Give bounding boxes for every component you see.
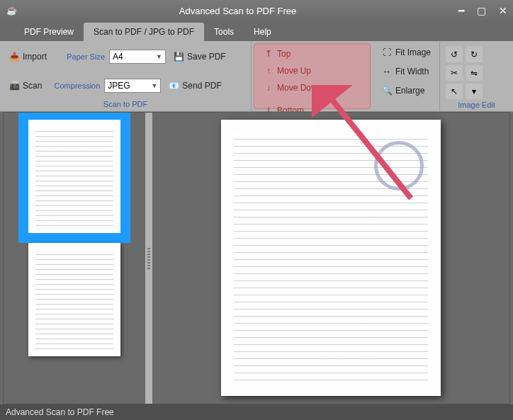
stamp-graphic <box>374 141 424 191</box>
tab-scan-to-pdf[interactable]: Scan to PDF / JPG to PDF <box>84 23 204 41</box>
crop-icon: ✂ <box>451 68 458 78</box>
fit-image-icon: ⛶ <box>381 47 393 58</box>
send-pdf-button[interactable]: 📧 Send PDF <box>165 79 224 93</box>
fit-image-label: Fit Image <box>395 47 431 57</box>
flip-button[interactable]: ⇋ <box>466 65 483 81</box>
save-pdf-label: Save PDF <box>187 52 226 62</box>
scan-button[interactable]: 📠 Scan <box>6 79 45 93</box>
fit-width-label: Fit Width <box>395 67 429 76</box>
splitter-grip-icon <box>147 248 150 269</box>
tab-tools[interactable]: Tools <box>204 23 244 41</box>
crop-button[interactable]: ✂ <box>446 65 463 81</box>
flip-icon: ⇋ <box>470 68 478 78</box>
send-pdf-label: Send PDF <box>182 81 221 91</box>
fit-image-button[interactable]: ⛶ Fit Image <box>378 45 434 59</box>
import-label: Import <box>23 52 47 62</box>
more-edit-button[interactable]: ▾ <box>466 84 483 99</box>
rotate-left-button[interactable]: ↺ <box>446 47 463 62</box>
tab-pdf-preview[interactable]: PDF Preview <box>14 23 84 41</box>
down-icon: ↓ <box>263 82 274 93</box>
group-scan-to-pdf: 📥 Import Paper Size A4 ▼ 💾 Save PDF 📠 Sc… <box>0 41 252 111</box>
group-edit-label: Image Edit <box>446 99 507 109</box>
thumbnail-1[interactable] <box>28 120 120 233</box>
group-fit: ⛶ Fit Image ↔ Fit Width 🔍 Enlarge <box>373 41 440 111</box>
page-preview <box>221 120 441 396</box>
move-down-label: Move Down <box>277 83 322 93</box>
send-icon: 📧 <box>168 80 179 91</box>
compression-label: Compression <box>49 81 100 90</box>
enlarge-button[interactable]: 🔍 Enlarge <box>378 84 434 98</box>
minimize-button[interactable]: ━ <box>458 5 464 16</box>
rotate-right-button[interactable]: ↻ <box>466 47 483 62</box>
paper-size-label: Paper Size <box>54 52 105 61</box>
chevron-down-icon: ▾ <box>472 86 476 96</box>
paper-size-combo[interactable]: A4 ▼ <box>109 50 166 64</box>
move-up-label: Move Up <box>277 66 311 76</box>
window-title: Advanced Scan to PDF Free <box>17 6 458 16</box>
rotate-left-icon: ↺ <box>451 50 458 59</box>
splitter[interactable] <box>145 113 152 404</box>
status-text: Advanced Scan to PDF Free <box>6 407 114 417</box>
top-label: Top <box>277 49 291 59</box>
move-up-button[interactable]: ↑ Move Up <box>260 64 364 78</box>
enlarge-icon: 🔍 <box>381 85 393 96</box>
group-fit-label <box>378 98 434 108</box>
cursor-icon: ↖ <box>451 86 458 96</box>
status-bar: Advanced Scan to PDF Free <box>0 404 513 420</box>
chevron-down-icon: ▼ <box>156 53 162 60</box>
thumbnail-2[interactable] <box>28 243 120 356</box>
paper-size-value: A4 <box>113 52 123 62</box>
close-button[interactable]: ✕ <box>499 5 507 16</box>
top-button[interactable]: ⤒ Top <box>260 47 364 61</box>
cursor-button[interactable]: ↖ <box>446 84 463 99</box>
page-viewer[interactable] <box>152 113 509 404</box>
thumbnail-preview <box>35 250 113 349</box>
save-icon: 💾 <box>173 51 184 62</box>
rotate-right-icon: ↻ <box>470 50 478 59</box>
thumbnail-panel[interactable] <box>4 113 145 404</box>
group-image-view: ⤒ Top ↑ Move Up ↓ Move Down ⤓ Bottom <box>254 43 371 109</box>
save-pdf-button[interactable]: 💾 Save PDF <box>170 50 229 64</box>
compression-value: JPEG <box>108 81 130 91</box>
move-down-button[interactable]: ↓ Move Down <box>260 81 364 95</box>
tab-strip: PDF Preview Scan to PDF / JPG to PDF Too… <box>0 21 513 41</box>
app-icon: ☕ <box>6 5 17 16</box>
ribbon: 📥 Import Paper Size A4 ▼ 💾 Save PDF 📠 Sc… <box>0 41 513 112</box>
maximize-button[interactable]: ▢ <box>477 5 486 16</box>
tab-help[interactable]: Help <box>244 23 281 41</box>
top-icon: ⤒ <box>263 48 274 59</box>
scan-label: Scan <box>23 81 42 91</box>
title-bar: ☕ Advanced Scan to PDF Free ━ ▢ ✕ <box>0 0 513 21</box>
fit-width-button[interactable]: ↔ Fit Width <box>378 64 434 79</box>
fit-width-icon: ↔ <box>381 66 393 77</box>
window-controls: ━ ▢ ✕ <box>458 5 507 16</box>
chevron-down-icon: ▼ <box>151 82 157 89</box>
enlarge-label: Enlarge <box>395 86 424 96</box>
group-image-edit: ↺ ↻ ✂ ⇋ ↖ ▾ Image Edit <box>440 41 513 111</box>
compression-combo[interactable]: JPEG ▼ <box>104 79 161 93</box>
thumbnail-preview <box>35 127 113 226</box>
group-scan-label: Scan to PDF <box>6 98 245 108</box>
content-area <box>3 112 510 404</box>
import-button[interactable]: 📥 Import <box>6 50 50 64</box>
up-icon: ↑ <box>263 65 274 76</box>
scan-icon: 📠 <box>9 80 20 91</box>
import-icon: 📥 <box>9 51 20 62</box>
